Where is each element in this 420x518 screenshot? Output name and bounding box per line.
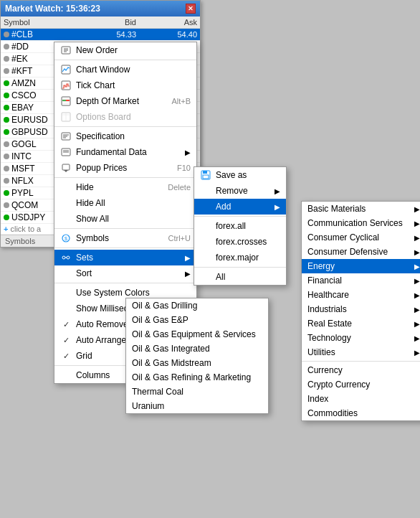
menu-item-options-board[interactable]: Options Board xyxy=(54,109,196,125)
separator xyxy=(54,228,196,229)
symbol-name: #EK xyxy=(11,54,28,64)
menu-item-depth-market[interactable]: Depth Of Market Alt+B xyxy=(54,93,196,109)
separator xyxy=(54,126,196,127)
status-dot xyxy=(4,141,9,147)
menu-item-forex-major[interactable]: forex.major xyxy=(194,250,286,265)
status-dot xyxy=(4,215,9,220)
menu-item-forex-all[interactable]: forex.all xyxy=(194,218,286,234)
submenu-arrow: ▶ xyxy=(275,203,280,211)
submenu-arrow: ▶ xyxy=(185,149,191,156)
menu-item-healthcare[interactable]: Healthcare ▶ xyxy=(302,288,420,302)
menu-item-technology[interactable]: Technology ▶ xyxy=(302,331,420,345)
menu-item-symbols[interactable]: $ Symbols Ctrl+U xyxy=(54,230,196,246)
menu-item-oil-gas-integrated[interactable]: Oil & Gas Integrated xyxy=(126,342,268,356)
close-button[interactable]: ✕ xyxy=(186,4,196,14)
symbol-name: INTC xyxy=(11,151,32,161)
auto-arrange-icon: ✓ xyxy=(60,334,72,346)
table-row[interactable]: #CLB 54.33 54.40 xyxy=(1,29,200,41)
add-icon: + xyxy=(4,225,8,233)
menu-item-hide[interactable]: Hide Delete xyxy=(54,179,196,195)
menu-item-utilities[interactable]: Utilities ▶ xyxy=(302,345,420,359)
menu-item-oil-gas-refining[interactable]: Oil & Gas Refining & Marketing xyxy=(126,370,268,385)
menu-item-thermal-coal[interactable]: Thermal Coal xyxy=(126,385,268,399)
symbols-icon: $ xyxy=(60,232,72,244)
menu-item-real-estate[interactable]: Real Estate ▶ xyxy=(302,316,420,331)
status-dot xyxy=(4,129,9,135)
menu-label: Index xyxy=(307,394,328,404)
menu-item-oil-gas-ep[interactable]: Oil & Gas E&P xyxy=(126,313,268,327)
symbol-name: GBPUSD xyxy=(11,127,48,137)
submenu-arrow: ▶ xyxy=(414,291,420,299)
submenu-arrow: ▶ xyxy=(185,270,191,278)
submenu-energy: Oil & Gas Drilling Oil & Gas E&P Oil & G… xyxy=(125,298,269,414)
status-dot xyxy=(4,154,9,159)
system-colors-icon xyxy=(60,287,72,298)
menu-item-all[interactable]: All xyxy=(194,269,286,285)
menu-item-consumer-cyclical[interactable]: Consumer Cyclical ▶ xyxy=(302,230,420,245)
menu-item-tick-chart[interactable]: Tick Chart xyxy=(54,77,196,93)
status-dot xyxy=(4,80,9,86)
submenu-arrow: ▶ xyxy=(414,349,420,357)
symbol-name: click to a xyxy=(10,225,41,233)
symbol-name: USDJPY xyxy=(11,212,45,222)
menu-item-financial[interactable]: Financial ▶ xyxy=(302,273,420,288)
menu-label: Hide All xyxy=(76,198,105,208)
options-board-icon xyxy=(60,111,72,123)
menu-item-add[interactable]: Add ▶ xyxy=(194,199,286,215)
symbol-name: AMZN xyxy=(11,78,36,88)
symbol-name: #KFT xyxy=(11,66,32,76)
depth-market-icon xyxy=(60,95,72,107)
menu-label: Grid xyxy=(76,351,92,361)
menu-item-remove[interactable]: Remove ▶ xyxy=(194,183,286,199)
menu-item-new-order[interactable]: New Order xyxy=(54,42,196,58)
remove-icon xyxy=(200,185,211,197)
menu-label: Consumer Cyclical xyxy=(307,232,379,242)
status-dot xyxy=(4,178,9,184)
menu-item-industrials[interactable]: Industrials ▶ xyxy=(302,302,420,316)
menu-label: Energy xyxy=(307,261,335,271)
menu-label: Commodities xyxy=(307,408,358,418)
menu-label: forex.crosses xyxy=(216,237,267,247)
menu-label: Sets xyxy=(76,253,93,263)
menu-item-chart-window[interactable]: Chart Window xyxy=(54,62,196,77)
menu-item-basic-materials[interactable]: Basic Materials ▶ xyxy=(302,202,420,216)
menu-label: New Order xyxy=(76,45,118,55)
menu-item-currency[interactable]: Currency xyxy=(302,363,420,377)
menu-item-oil-gas-drilling[interactable]: Oil & Gas Drilling xyxy=(126,298,268,313)
show-all-icon xyxy=(60,213,72,225)
status-dot xyxy=(4,166,9,171)
menu-item-save-as[interactable]: Save as xyxy=(194,167,286,183)
submenu-arrow: ▶ xyxy=(414,205,420,213)
menu-label: Specification xyxy=(76,131,125,141)
menu-item-forex-crosses[interactable]: forex.crosses xyxy=(194,234,286,250)
menu-label: Industrials xyxy=(307,304,347,314)
save-as-icon xyxy=(200,169,211,181)
symbol-name: EURUSD xyxy=(11,115,48,125)
menu-item-sort[interactable]: Sort ▶ xyxy=(54,265,196,281)
specification-icon xyxy=(60,131,72,142)
forex-crosses-icon xyxy=(200,236,211,248)
menu-item-index[interactable]: Index xyxy=(302,392,420,406)
sort-icon xyxy=(60,268,72,279)
menu-item-oil-gas-equipment[interactable]: Oil & Gas Equipment & Services xyxy=(126,327,268,342)
menu-item-sets[interactable]: Sets ▶ xyxy=(54,250,196,265)
menu-item-communication-services[interactable]: Communication Services ▶ xyxy=(302,216,420,230)
menu-item-hide-all[interactable]: Hide All xyxy=(54,195,196,211)
hide-all-icon xyxy=(60,197,72,209)
menu-label: Columns xyxy=(76,370,110,380)
menu-item-specification[interactable]: Specification xyxy=(54,128,196,144)
grid-icon: ✓ xyxy=(60,350,72,362)
symbol-name: #CLB xyxy=(11,29,33,39)
menu-item-crypto-currency[interactable]: Crypto Currency xyxy=(302,377,420,392)
menu-item-show-all[interactable]: Show All xyxy=(54,211,196,227)
menu-item-commodities[interactable]: Commodities xyxy=(302,406,420,420)
menu-item-popup-prices[interactable]: Popup Prices F10 xyxy=(54,160,196,176)
menu-item-fundamental-data[interactable]: Fundamental Data ▶ xyxy=(54,144,196,160)
menu-item-consumer-defensive[interactable]: Consumer Defensive ▶ xyxy=(302,245,420,259)
menu-item-oil-gas-midstream[interactable]: Oil & Gas Midstream xyxy=(126,356,268,370)
shortcut-label: Alt+B xyxy=(171,97,191,105)
shortcut-label: F10 xyxy=(177,164,191,172)
menu-item-energy[interactable]: Energy ▶ xyxy=(302,259,420,273)
tick-chart-icon xyxy=(60,80,72,91)
menu-item-uranium[interactable]: Uranium xyxy=(126,399,268,413)
